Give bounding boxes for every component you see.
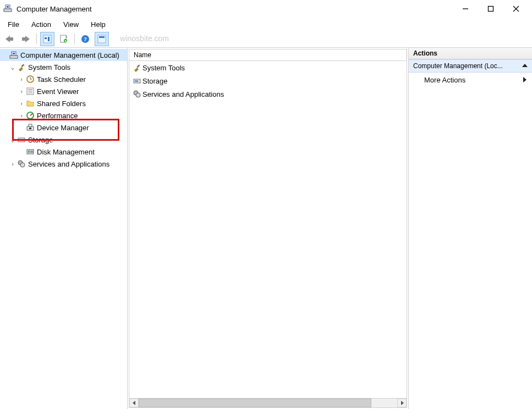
disk-icon: [25, 147, 35, 156]
minimize-button[interactable]: [453, 0, 478, 18]
menu-help[interactable]: Help: [85, 19, 111, 30]
toolbar-separator: [36, 34, 37, 45]
svg-marker-47: [401, 401, 404, 405]
properties-button[interactable]: [57, 32, 71, 46]
actions-pane: Actions Computer Management (Loc... More…: [408, 48, 532, 409]
tree-node-system-tools[interactable]: ⌄ System Tools: [0, 61, 127, 73]
tree-node-shared-folders[interactable]: › Shared Folders: [0, 97, 127, 109]
svg-marker-49: [523, 77, 526, 82]
titlebar: Computer Management: [0, 0, 532, 18]
list-item-label: System Tools: [142, 64, 185, 72]
tree-node-services-applications[interactable]: › Services and Applications: [0, 158, 127, 170]
maximize-button[interactable]: [478, 0, 503, 18]
list-item-system-tools[interactable]: System Tools: [129, 61, 407, 74]
expand-icon[interactable]: ›: [18, 88, 25, 95]
svg-rect-20: [13, 53, 15, 54]
svg-rect-11: [48, 37, 50, 41]
list-item-services-applications[interactable]: Services and Applications: [129, 87, 407, 101]
tree-node-event-viewer[interactable]: › Event Viewer: [0, 85, 127, 97]
expand-icon[interactable]: ›: [18, 76, 25, 83]
svg-rect-35: [19, 139, 23, 141]
expand-icon[interactable]: ›: [9, 161, 17, 168]
list-header[interactable]: Name: [129, 49, 407, 61]
tree-root-node[interactable]: Computer Management (Local): [0, 49, 127, 61]
tree-label: System Tools: [26, 63, 72, 72]
tree-node-device-manager[interactable]: Device Manager: [0, 121, 127, 134]
svg-rect-21: [21, 64, 24, 67]
expand-icon[interactable]: ›: [18, 112, 25, 119]
collapse-icon[interactable]: [522, 62, 528, 70]
list-item-label: Storage: [142, 77, 168, 85]
svg-rect-4: [489, 7, 493, 12]
toolbar-separator: [74, 34, 75, 45]
svg-marker-8: [22, 36, 30, 42]
content: Computer Management (Local) ⌄ System Too…: [0, 47, 532, 409]
tree-node-performance[interactable]: › Performance: [0, 109, 127, 121]
svg-marker-46: [133, 401, 135, 405]
tree-label: Performance: [35, 111, 79, 120]
svg-rect-38: [30, 151, 33, 153]
help-button[interactable]: ?: [78, 32, 92, 46]
tree-node-task-scheduler[interactable]: › Task Scheduler: [0, 73, 127, 85]
actions-section-header[interactable]: Computer Management (Loc...: [409, 59, 532, 73]
tools-icon: [17, 63, 26, 71]
more-actions-item[interactable]: More Actions: [409, 73, 532, 87]
tree-label: Services and Applications: [26, 159, 111, 169]
svg-rect-17: [99, 36, 105, 38]
tree-pane: Computer Management (Local) ⌄ System Too…: [0, 48, 128, 409]
collapse-icon[interactable]: ⌄: [9, 136, 17, 143]
scroll-track[interactable]: [139, 399, 397, 407]
menu-action[interactable]: Action: [26, 19, 57, 30]
tree-label: Event Viewer: [35, 87, 80, 96]
tree-label: Disk Management: [35, 147, 96, 157]
collapse-icon[interactable]: ⌄: [9, 64, 17, 71]
svg-rect-33: [29, 128, 31, 129]
svg-rect-43: [135, 80, 138, 82]
tree-label: Task Scheduler: [35, 75, 87, 84]
svg-rect-18: [10, 56, 18, 58]
storage-icon: [17, 135, 26, 144]
list-item-storage[interactable]: Storage: [129, 74, 407, 87]
storage-icon: [131, 76, 142, 85]
scroll-left-button[interactable]: [129, 399, 139, 407]
svg-line-30: [30, 114, 32, 115]
close-button[interactable]: [503, 0, 529, 18]
tree-node-storage[interactable]: ⌄ Storage: [0, 134, 127, 146]
list-item-label: Services and Applications: [142, 90, 224, 98]
window-title: Computer Management: [17, 5, 92, 13]
svg-rect-0: [4, 9, 12, 12]
svg-marker-7: [6, 36, 13, 42]
list-body: System Tools Storage Services and Applic…: [129, 61, 407, 399]
computer-icon: [9, 51, 19, 59]
expand-icon[interactable]: ›: [18, 100, 25, 107]
actions-item-label: More Actions: [424, 76, 465, 84]
scroll-right-button[interactable]: [397, 399, 407, 407]
column-header-name[interactable]: Name: [129, 50, 407, 60]
nav-forward-button[interactable]: [19, 32, 33, 46]
tools-icon: [131, 63, 142, 72]
svg-text:?: ?: [84, 36, 87, 42]
toolbar: ? winosbite.com: [0, 31, 532, 47]
svg-marker-48: [522, 64, 528, 67]
tree-label: Shared Folders: [35, 99, 87, 108]
actions-header: Actions: [409, 48, 532, 59]
chevron-right-icon: [523, 76, 528, 84]
svg-rect-32: [29, 124, 32, 126]
tree-label: Device Manager: [35, 123, 91, 132]
event-log-icon: [25, 87, 35, 96]
svg-rect-10: [45, 37, 47, 39]
horizontal-scrollbar[interactable]: [129, 399, 407, 408]
svg-point-45: [136, 93, 140, 97]
menu-view[interactable]: View: [58, 19, 84, 30]
tree-node-disk-management[interactable]: Disk Management: [0, 146, 127, 158]
show-hide-action-pane-button[interactable]: [95, 32, 109, 46]
nav-back-button[interactable]: [2, 32, 17, 46]
menu-file[interactable]: File: [2, 19, 25, 30]
scroll-thumb[interactable]: [139, 399, 371, 407]
watermark: winosbite.com: [120, 34, 169, 43]
list-pane: Name System Tools Storage Services and A…: [128, 48, 408, 409]
show-hide-tree-button[interactable]: [40, 32, 54, 46]
tree-label: Computer Management (Local): [19, 51, 121, 60]
app-icon: [3, 4, 12, 14]
actions-section-label: Computer Management (Loc...: [413, 62, 503, 70]
